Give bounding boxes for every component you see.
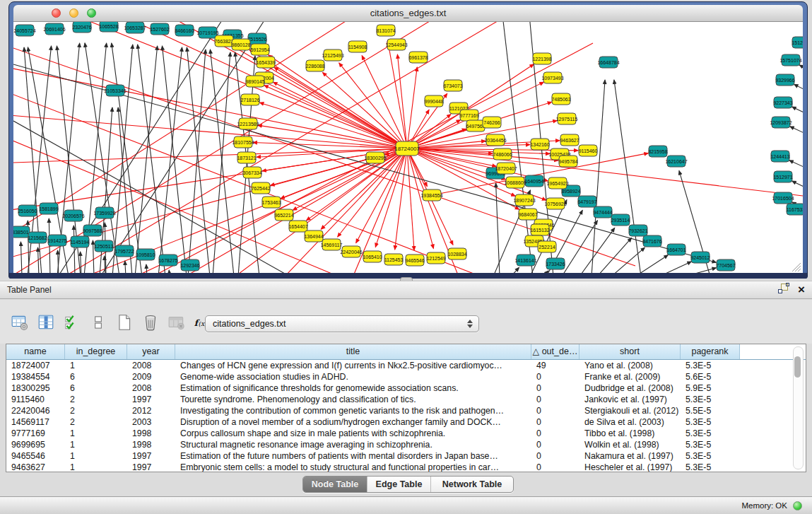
network-node[interactable]: 2320476 [72,22,91,33]
network-node[interactable]: 1364944 [304,230,323,242]
network-node[interactable]: 6734073 [443,80,462,91]
network-node[interactable]: 8466160 [175,25,194,36]
network-node[interactable]: 1065410 [363,251,382,262]
network-node[interactable]: 9329966 [775,74,794,86]
network-node[interactable]: 2516050 [18,205,37,216]
network-node[interactable]: 22420046 [340,246,362,257]
network-canvas[interactable]: 2405572420691406232047610655281065328715… [13,22,803,273]
tab-node-table[interactable]: Node Table [303,477,367,492]
network-node[interactable]: 20364456 [484,134,506,146]
network-node[interactable]: 10653287 [124,22,146,33]
network-node[interactable]: 9684067 [518,209,537,220]
network-node[interactable]: 252214 [538,241,556,252]
network-node[interactable]: 9115460 [579,145,598,156]
network-node[interactable]: 8131074 [376,25,395,36]
network-node[interactable]: 12093872 [770,117,792,128]
network-node[interactable]: 9463627 [560,134,579,146]
network-node[interactable]: 18300295 [364,152,386,163]
column-header-out-de[interactable]: △ out_de… [531,344,579,359]
delete-column-button[interactable] [141,313,160,332]
table-scrollbar[interactable] [793,346,804,469]
network-node[interactable]: 7485063 [551,93,570,105]
network-node[interactable]: 1733426 [546,258,565,269]
network-node[interactable]: 20691406 [43,23,65,35]
network-node[interactable]: 6961378 [408,52,428,63]
table-mode-button[interactable] [10,313,30,332]
network-node[interactable]: 17016504 [772,192,794,204]
network-node[interactable]: 10688609 [504,177,526,188]
network-node[interactable]: 1654407 [288,221,307,232]
network-node[interactable]: 12975115 [556,113,578,124]
network-node[interactable]: 1250513 [94,240,113,252]
network-node[interactable]: 1581899 [39,203,58,214]
network-node[interactable]: 1292346 [180,259,199,271]
network-node[interactable]: 12125493 [322,49,343,61]
table-row[interactable]: 1938455462009Genome-wide association stu… [6,371,806,382]
network-node[interactable]: 1678275 [158,255,177,266]
delete-table-button-disabled[interactable] [167,313,187,332]
network-node[interactable]: 1640954 [524,175,543,187]
network-node[interactable]: 1221398 [532,53,551,64]
table-row[interactable]: 977716911998Corpus callosum shape and si… [6,428,806,439]
network-node[interactable]: 1154908 [348,41,367,52]
network-node[interactable]: 1215682 [28,232,47,243]
network-node[interactable]: 1527602 [150,23,169,35]
network-node[interactable]: 16648784 [597,57,619,68]
column-header-short[interactable]: short [579,344,681,359]
zoom-window-button[interactable] [87,8,96,18]
network-node[interactable]: 17359928 [93,207,115,218]
network-node[interactable]: 1873121 [237,152,256,163]
network-node[interactable]: 746266 [483,117,501,128]
network-node[interactable]: 7932621 [628,225,647,236]
column-header-in-degree[interactable]: in_degree [65,344,127,359]
column-header-year[interactable]: year [127,344,175,359]
table-row[interactable]: 946362711997Embryonic stem cells: a mode… [6,462,806,472]
network-node[interactable]: 9465546 [405,255,424,266]
network-node[interactable]: 8215958 [648,146,667,157]
network-node[interactable]: 20206576 [62,210,84,221]
table-row[interactable]: 946554611997Estimation of the future num… [6,450,806,462]
network-node[interactable]: 1753463 [261,197,281,208]
select-columns-button[interactable] [62,313,82,332]
scrollbar-thumb[interactable] [794,356,801,378]
network-node[interactable]: 12544943 [385,39,407,50]
network-node[interactable]: 19384554 [420,189,442,201]
table-row[interactable]: 2242004622012Investigating the contribut… [6,405,806,416]
network-node[interactable]: 1615132 [530,224,549,235]
network-node[interactable]: 1795722 [114,245,134,257]
network-node[interactable]: 1145194 [71,236,90,247]
network-node-center[interactable]: 18724007 [394,141,420,156]
column-header-pagerank[interactable]: pagerank [681,344,740,359]
network-node[interactable]: 14136141 [514,255,536,266]
network-node[interactable]: 9990448 [424,95,443,107]
network-node[interactable]: 1244413 [770,151,789,162]
column-header-title[interactable]: title [175,344,531,359]
float-panel-icon[interactable] [777,283,789,297]
network-node[interactable]: 1065528 [99,22,118,32]
resize-grip-icon[interactable] [792,263,801,271]
network-node[interactable]: 9652214 [274,209,293,221]
network-node[interactable]: 7486066 [493,148,512,160]
network-node[interactable]: 12213589 [237,118,259,129]
network-node[interactable]: 15751074 [779,54,801,66]
network-node[interactable]: 1512971 [773,171,792,182]
network-node[interactable]: 1654339 [256,57,275,68]
memory-status-indicator[interactable] [793,501,802,510]
network-node[interactable]: 9860128 [231,39,250,50]
tab-network-table[interactable]: Network Table [430,477,513,492]
network-node[interactable]: 14569117 [321,239,343,250]
network-node[interactable]: 9245012 [690,252,710,263]
network-node[interactable]: 21053346 [104,85,126,96]
network-node[interactable]: 18107554 [232,136,254,148]
network-node[interactable]: 1167533 [787,204,803,215]
show-column-button[interactable] [36,313,56,332]
table-row[interactable]: 969969511998Structural magnetic resonanc… [6,439,806,450]
minimize-window-button[interactable] [69,8,78,18]
network-node[interactable]: 1512254 [792,37,803,48]
close-panel-button[interactable]: × [798,285,805,295]
network-node[interactable]: 5912954 [250,44,269,55]
network-node[interactable]: 8471676 [642,235,661,247]
network-node[interactable]: 1028834 [447,248,466,259]
network-node[interactable]: 9227343 [773,97,792,108]
network-node[interactable]: 9495784 [558,156,577,167]
